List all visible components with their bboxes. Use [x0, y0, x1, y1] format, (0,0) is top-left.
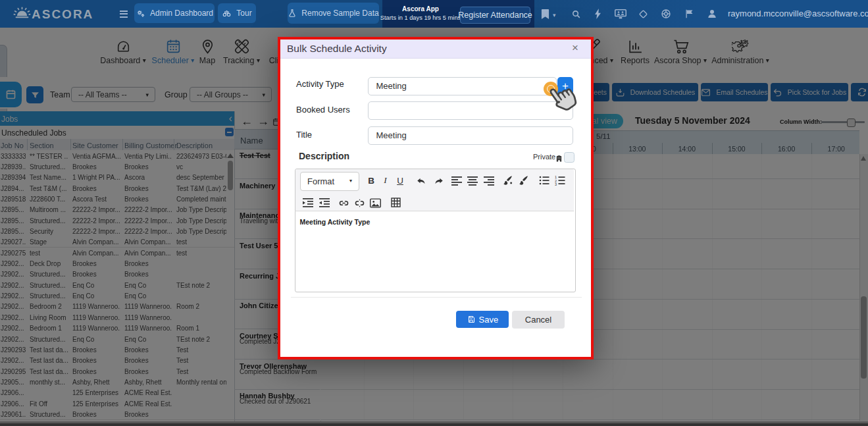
- svg-text:3: 3: [555, 182, 557, 186]
